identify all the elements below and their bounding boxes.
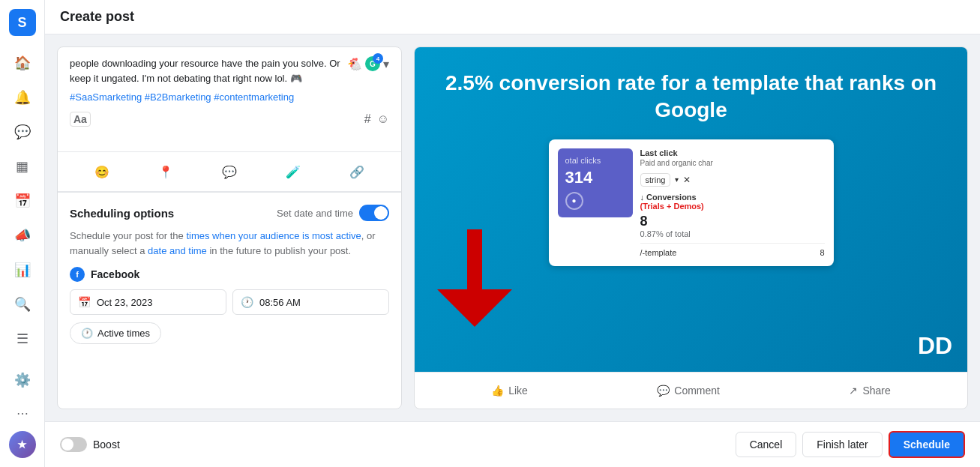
- left-sidebar: S 🏠 🔔 💬 ▦ 📅 📣 📊 🔍 ☰ ⚙️ ⋯ ★: [0, 0, 45, 467]
- boost-toggle-row: Boost: [60, 437, 120, 452]
- active-times-clock-icon: 🕐: [81, 328, 93, 339]
- schedule-button[interactable]: Schedule: [889, 431, 965, 458]
- sidebar-item-settings[interactable]: ⚙️: [7, 365, 37, 395]
- avatar[interactable]: ★: [9, 431, 36, 458]
- date-time-link[interactable]: date and time: [148, 245, 207, 256]
- experiment-button[interactable]: 🧪: [280, 158, 307, 185]
- filter-tag: string: [640, 173, 671, 187]
- last-click-sub: Paid and organic char: [640, 159, 825, 167]
- like-button[interactable]: 👍 Like: [482, 380, 537, 401]
- app-logo[interactable]: S: [9, 9, 36, 36]
- page-title: Create post: [60, 9, 134, 25]
- scheduling-section: Scheduling options Set date and time Sch…: [58, 192, 401, 356]
- share-icon: ↗: [849, 385, 858, 397]
- comment-label: Comment: [674, 385, 720, 397]
- active-times-button[interactable]: 🕐 Active times: [70, 322, 161, 344]
- sidebar-item-search[interactable]: 🔍: [7, 289, 37, 319]
- scheduling-toggle-row: Set date and time: [277, 205, 389, 221]
- post-text-content: people downloading your resource have th…: [70, 56, 341, 85]
- calendar-field-icon: 📅: [78, 296, 91, 308]
- sidebar-item-notifications[interactable]: 🔔: [7, 82, 37, 112]
- sidebar-dots-icon[interactable]: ⋯: [9, 400, 36, 427]
- toggle-label: Set date and time: [277, 208, 353, 219]
- like-icon: 👍: [491, 385, 504, 397]
- dropdown-chevron-icon[interactable]: ▾: [383, 57, 389, 71]
- conversions-section: ↓ Conversions (Trials + Demos) 8 0.87% o…: [640, 193, 825, 238]
- date-value: Oct 23, 2023: [97, 297, 152, 308]
- svg-marker-0: [437, 229, 512, 327]
- share-button[interactable]: ↗ Share: [840, 380, 899, 401]
- link-button[interactable]: 🔗: [343, 158, 370, 185]
- preview-panel: 2.5% conversion rate for a template that…: [414, 46, 968, 409]
- svg-text:DD: DD: [918, 332, 952, 358]
- share-label: Share: [862, 385, 890, 397]
- aa-text-format-icon[interactable]: Aa: [70, 112, 91, 127]
- facebook-row: f Facebook: [70, 267, 389, 282]
- clock-icon: 🕐: [241, 296, 253, 308]
- messenger-button[interactable]: 💬: [216, 158, 243, 185]
- time-field[interactable]: 🕐 08:56 AM: [232, 289, 389, 315]
- action-bar: Boost Cancel Finish later Schedule: [45, 421, 980, 467]
- boost-toggle-switch[interactable]: [60, 437, 87, 452]
- cancel-button[interactable]: Cancel: [736, 432, 797, 457]
- like-label: Like: [508, 385, 528, 397]
- scheduling-header: Scheduling options Set date and time: [70, 205, 389, 221]
- hash-icon[interactable]: #: [364, 112, 371, 126]
- location-button[interactable]: 📍: [152, 158, 179, 185]
- hashtags: #SaaSmarketing #B2Bmarketing #contentmar…: [70, 91, 341, 103]
- finish-later-button[interactable]: Finish later: [802, 432, 882, 457]
- comment-button[interactable]: 💬 Comment: [648, 380, 729, 401]
- sidebar-item-calendar[interactable]: 📅: [7, 186, 37, 216]
- sidebar-item-home[interactable]: 🏠: [7, 48, 37, 78]
- facebook-icon: f: [70, 267, 85, 282]
- last-click-label: Last click: [640, 148, 825, 157]
- preview-inner-card: otal clicks 314 ● Last click Paid and or…: [549, 139, 834, 266]
- date-time-row: 📅 Oct 23, 2023 🕐 08:56 AM: [70, 289, 389, 315]
- sidebar-item-messages[interactable]: 💬: [7, 117, 37, 147]
- scheduling-description: Schedule your post for the times when yo…: [70, 229, 389, 258]
- template-num: 8: [820, 248, 824, 257]
- sidebar-item-campaigns[interactable]: 📣: [7, 220, 37, 250]
- time-value: 08:56 AM: [259, 297, 301, 308]
- platform-label: Facebook: [91, 268, 139, 280]
- red-arrow-icon: [437, 229, 527, 327]
- active-times-label: Active times: [97, 328, 150, 339]
- action-buttons: Cancel Finish later Schedule: [736, 431, 965, 458]
- right-stats: Last click Paid and organic char string …: [640, 148, 825, 257]
- comment-icon: 💬: [657, 385, 670, 397]
- date-field[interactable]: 📅 Oct 23, 2023: [70, 289, 226, 315]
- conv-value: 8: [640, 214, 825, 229]
- top-header: Create post: [45, 0, 980, 34]
- emoji-button[interactable]: 😊: [88, 158, 115, 185]
- filter-close-icon[interactable]: ✕: [683, 175, 691, 185]
- clicks-value: 314: [565, 168, 625, 187]
- chicken-emoji-icon: 🐔: [347, 57, 362, 71]
- preview-headline: 2.5% conversion rate for a template that…: [430, 70, 952, 124]
- conversions-subtitle: (Trials + Demos): [640, 202, 825, 211]
- active-times-link[interactable]: times when your audience is most active: [186, 230, 361, 241]
- sidebar-item-list[interactable]: ☰: [7, 324, 37, 354]
- preview-image: 2.5% conversion rate for a template that…: [415, 47, 967, 372]
- post-text-area: people downloading your resource have th…: [58, 47, 401, 152]
- preview-actions: 👍 Like 💬 Comment ↗ Share: [415, 372, 967, 409]
- toggle-switch[interactable]: [359, 205, 389, 221]
- scheduling-title: Scheduling options: [70, 207, 174, 220]
- content-area: people downloading your resource have th…: [45, 34, 980, 421]
- conversions-title: ↓ Conversions: [640, 193, 825, 202]
- post-action-icons-row: 😊 📍 💬 🧪 🔗: [58, 152, 401, 192]
- grammarly-badge[interactable]: G 4: [365, 56, 380, 71]
- sidebar-item-grid[interactable]: ▦: [7, 151, 37, 181]
- template-name: /-template: [640, 248, 677, 257]
- circle-chart-icon: ●: [571, 196, 576, 205]
- logo-dd-icon: DD: [918, 328, 955, 363]
- post-panel: people downloading your resource have th…: [57, 46, 402, 409]
- clicks-label: otal clicks: [565, 156, 625, 165]
- filter-row: string ▾ ✕: [640, 173, 825, 187]
- sidebar-item-analytics[interactable]: 📊: [7, 255, 37, 285]
- template-row: /-template 8: [640, 243, 825, 257]
- clicks-box: otal clicks 314 ●: [558, 148, 633, 217]
- emoji-picker-icon[interactable]: ☺: [377, 112, 389, 126]
- boost-label: Boost: [93, 439, 120, 451]
- filter-chevron-icon: ▾: [675, 175, 679, 184]
- post-editor-area[interactable]: people downloading your resource have th…: [58, 47, 401, 409]
